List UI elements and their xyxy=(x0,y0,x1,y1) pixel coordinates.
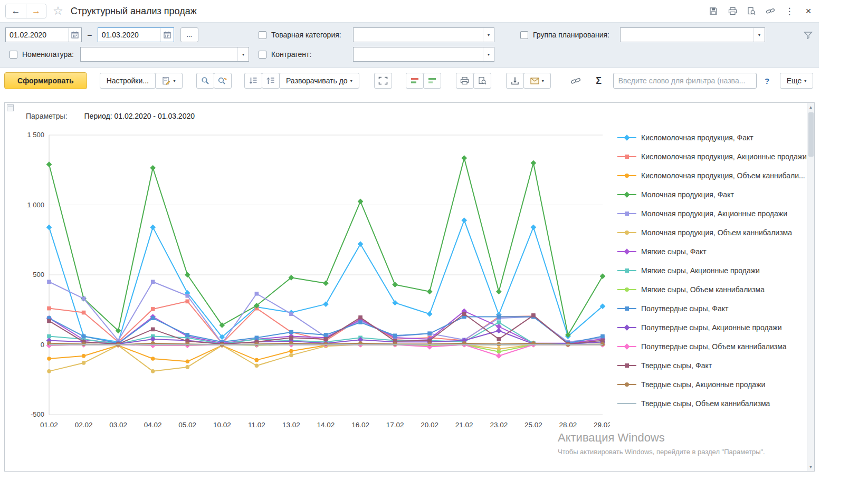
print-report-button[interactable] xyxy=(456,73,474,89)
legend-label: Молочная продукция, Факт xyxy=(641,190,734,199)
chevron-down-icon[interactable]: ▾ xyxy=(483,28,494,42)
svg-text:23.02: 23.02 xyxy=(490,421,508,429)
product-category-combo-value[interactable] xyxy=(354,28,483,42)
chart-type-group xyxy=(406,73,441,89)
legend-label: Твердые сыры, Объем каннибализма xyxy=(641,399,770,408)
params-value: Период: 01.02.2020 - 01.03.2020 xyxy=(84,112,195,120)
filter-funnel-icon[interactable] xyxy=(804,31,813,39)
svg-text:0: 0 xyxy=(41,341,44,349)
legend-swatch xyxy=(617,286,636,293)
chart-wrapper: 1 5001 0005000-50001.0202.0203.0204.0205… xyxy=(5,128,814,434)
search-button[interactable] xyxy=(196,73,214,89)
print-preview-button[interactable] xyxy=(746,6,757,16)
chart-type-bars-button[interactable] xyxy=(423,73,441,89)
report-area: Параметры: Период: 01.02.2020 - 01.03.20… xyxy=(4,102,815,472)
counterparty-combo-value[interactable] xyxy=(354,47,483,61)
search-group xyxy=(196,73,232,89)
product-category-checkbox[interactable] xyxy=(259,31,266,39)
counterparty-checkbox[interactable] xyxy=(259,51,266,59)
legend-label: Мягкие сыры, Акционные продажи xyxy=(641,266,760,275)
calendar-grid-icon xyxy=(164,31,171,39)
filter-row-1: – xyxy=(5,27,813,42)
chevron-down-icon[interactable]: ▾ xyxy=(483,47,494,61)
product-category-filter: Товарная категория: ▾ xyxy=(259,27,511,42)
fullscreen-button[interactable] xyxy=(374,73,392,89)
report-filter-input[interactable] xyxy=(613,73,757,89)
page-magnifier-icon xyxy=(478,76,487,85)
svg-text:-500: -500 xyxy=(31,410,44,418)
counterparty-combo[interactable]: ▾ xyxy=(353,47,494,62)
chevron-down-icon[interactable]: ▾ xyxy=(753,28,765,42)
legend-item: Кисломолочная продукция, Объем каннибали… xyxy=(617,170,807,181)
legend-label: Молочная продукция, Объем каннибализма xyxy=(641,228,792,237)
save-button[interactable] xyxy=(708,6,719,16)
expand-levels-button[interactable] xyxy=(262,73,280,89)
back-button[interactable]: ← xyxy=(6,4,26,18)
svg-text:14.02: 14.02 xyxy=(317,421,335,429)
print-button[interactable] xyxy=(727,6,738,16)
collapse-levels-button[interactable] xyxy=(244,73,262,89)
scrollbar-thumb[interactable] xyxy=(808,112,814,157)
more-actions-button[interactable]: ⋮ xyxy=(784,6,795,16)
date-from-input[interactable] xyxy=(6,31,68,39)
printer-icon xyxy=(460,76,469,85)
report-link-button[interactable] xyxy=(567,73,585,89)
save-file-button[interactable] xyxy=(506,73,524,89)
legend-label: Полутвердые сыры, Объем каннибализма xyxy=(641,342,787,351)
envelope-icon xyxy=(530,78,539,84)
link-chain-icon xyxy=(766,7,775,15)
print-preview-report-button[interactable] xyxy=(473,73,491,89)
calendar-icon[interactable] xyxy=(68,28,81,42)
nomenclature-combo[interactable]: ▾ xyxy=(80,47,249,62)
nomenclature-combo-value[interactable] xyxy=(81,47,237,61)
legend-swatch xyxy=(617,362,636,369)
report-corner-icon[interactable] xyxy=(7,104,14,111)
forward-button[interactable]: → xyxy=(26,4,46,18)
expand-to-button[interactable]: Разворачивать до ▾ xyxy=(279,73,359,89)
legend-label: Кисломолочная продукция, Акционные прода… xyxy=(641,152,807,161)
svg-text:25.02: 25.02 xyxy=(524,421,542,429)
legend-label: Полутвердые сыры, Факт xyxy=(641,304,728,313)
legend-swatch xyxy=(617,134,636,141)
legend-swatch xyxy=(617,400,636,407)
vertical-scrollbar[interactable]: ▲ ▼ xyxy=(807,103,814,471)
get-link-button[interactable] xyxy=(765,6,776,16)
legend-label: Полутвердые сыры, Акционные продажи xyxy=(641,323,782,332)
legend-item: Полутвердые сыры, Факт xyxy=(617,303,807,314)
scroll-up-arrow[interactable]: ▲ xyxy=(807,103,814,111)
generate-button[interactable]: Сформировать xyxy=(4,72,87,89)
calendar-icon[interactable] xyxy=(160,28,174,42)
totals-sigma-button[interactable]: Σ xyxy=(591,73,607,89)
send-email-button[interactable]: ▾ xyxy=(523,73,551,89)
settings-variants-button[interactable]: ▾ xyxy=(155,73,183,89)
help-button[interactable]: ? xyxy=(761,73,774,89)
planning-group-combo[interactable]: ▾ xyxy=(620,27,765,42)
svg-text:01.02: 01.02 xyxy=(40,421,58,429)
cancel-search-button[interactable] xyxy=(214,73,232,89)
forward-arrow-icon: → xyxy=(32,6,41,16)
scroll-down-arrow[interactable]: ▼ xyxy=(807,463,814,471)
legend-label: Мягкие сыры, Факт xyxy=(641,247,707,256)
more-button[interactable]: Еще ▾ xyxy=(780,73,814,89)
planning-group-checkbox[interactable] xyxy=(520,31,528,39)
close-button[interactable]: × xyxy=(803,6,814,16)
planning-group-combo-value[interactable] xyxy=(621,28,753,42)
chevron-down-icon[interactable]: ▾ xyxy=(237,47,249,61)
export-group: ▾ xyxy=(506,73,551,89)
favorite-star-icon[interactable]: ☆ xyxy=(53,5,63,17)
select-period-button[interactable]: ... xyxy=(180,27,198,42)
legend-swatch xyxy=(617,229,636,236)
legend-label: Мягкие сыры, Объем каннибализма xyxy=(641,285,765,294)
svg-text:1 500: 1 500 xyxy=(27,131,44,139)
legend-swatch xyxy=(617,343,636,350)
legend-swatch xyxy=(617,172,636,179)
settings-button[interactable]: Настройки... xyxy=(100,73,156,89)
date-to-input[interactable] xyxy=(98,31,160,39)
nomenclature-checkbox[interactable] xyxy=(9,51,17,59)
legend-swatch xyxy=(617,153,636,160)
counterparty-label: Контрагент: xyxy=(271,50,349,59)
product-category-combo[interactable]: ▾ xyxy=(353,27,494,42)
legend-swatch xyxy=(617,191,636,198)
chart-type-histogram-button[interactable] xyxy=(406,73,424,89)
sales-line-chart: 1 5001 0005000-50001.0202.0203.0204.0205… xyxy=(16,128,610,434)
